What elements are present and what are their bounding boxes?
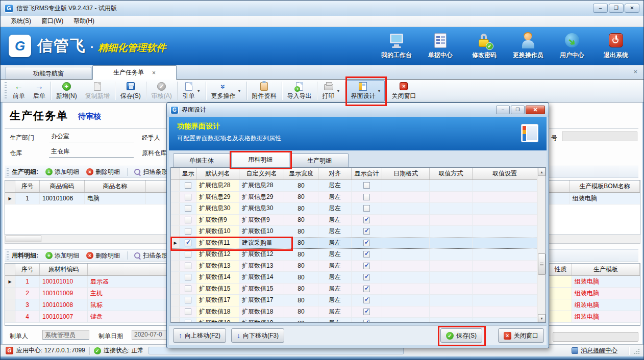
dept-field[interactable]: 办公室 (49, 132, 134, 142)
remark-field[interactable] (553, 332, 638, 342)
total-checkbox[interactable] (363, 217, 370, 223)
col-header-bom[interactable]: 生产模板BOM名称 (570, 181, 640, 192)
column-config-row[interactable]: 扩展数值9扩展数值980居左 (171, 215, 546, 226)
show-checkbox[interactable] (185, 308, 191, 315)
total-checkbox[interactable] (363, 320, 370, 323)
grid-header[interactable]: 对齐 (318, 168, 352, 179)
show-checkbox[interactable] (185, 251, 191, 258)
total-checkbox[interactable] (363, 263, 370, 269)
dropdown-arrow-icon[interactable]: ▼ (377, 89, 381, 93)
col-header[interactable]: 商品编码 (40, 181, 85, 192)
menu-item[interactable]: 帮助(H) (68, 16, 100, 27)
column-config-row[interactable]: 扩展数值19扩展数值1980居左 (171, 318, 546, 323)
vertical-scrollbar[interactable]: ▲ ▼ (537, 168, 546, 322)
toolbar-button-uidesign[interactable]: 界面设计▼ (346, 80, 385, 101)
toolbar-button-impexp[interactable]: ➔导入导出 (283, 80, 316, 101)
move-down-button[interactable]: ↓向下移动(F3) (231, 328, 284, 343)
grid-header[interactable]: 自定义列名 (239, 168, 284, 179)
delete-material-button[interactable]: ×删除明细 (86, 251, 120, 260)
toolbar-button-prev[interactable]: ←前单 (9, 80, 29, 101)
minimize-button[interactable]: – (593, 4, 608, 13)
show-checkbox[interactable] (185, 263, 191, 269)
col-header[interactable]: 序号 (15, 264, 40, 275)
toolbar-button-more[interactable]: »更多操作▼ (207, 80, 245, 101)
exit-button[interactable]: 退出系统 (596, 32, 636, 60)
show-checkbox[interactable] (185, 274, 191, 280)
close-window-button[interactable]: ×关闭窗口 (498, 328, 544, 343)
grid-header[interactable]: 显示 (180, 168, 196, 179)
move-up-button[interactable]: ↑向上移动(F2) (173, 328, 226, 343)
tabstrip-close-icon[interactable]: × (633, 68, 637, 75)
add-material-button[interactable]: +添加明细 (45, 251, 79, 260)
column-config-row[interactable]: 扩展信息29扩展信息2980居左 (171, 192, 546, 203)
close-button[interactable]: ✕ (625, 4, 639, 13)
col-header-template[interactable]: 生产模板 (572, 264, 640, 275)
column-config-row[interactable]: 扩展数值10扩展数值1080居左 (171, 226, 546, 238)
resize-grip[interactable] (633, 348, 639, 354)
col-header[interactable]: 商品名称 (85, 181, 146, 192)
switch-user-button[interactable]: 更换操作员 (508, 32, 549, 60)
total-checkbox[interactable] (363, 251, 370, 258)
column-config-row[interactable]: 扩展数值17扩展数值1780居左 (171, 295, 546, 306)
warehouse-field[interactable]: 主仓库 (49, 147, 134, 158)
total-checkbox[interactable] (363, 274, 370, 280)
grid-header[interactable]: 显示宽度 (284, 168, 318, 179)
grid-header[interactable]: 日期格式 (382, 168, 430, 179)
message-center-link[interactable]: 消息提醒中心 (581, 346, 617, 355)
dropdown-arrow-icon[interactable]: ▼ (197, 89, 201, 93)
scroll-down-icon[interactable]: ▼ (538, 314, 546, 322)
scroll-up-icon[interactable]: ▲ (538, 168, 546, 176)
total-checkbox[interactable] (363, 308, 370, 315)
toolbar-button-attach[interactable]: 附件资料 (248, 80, 281, 101)
toolbar-button-closewin[interactable]: ×关闭窗口 (387, 80, 420, 101)
total-checkbox[interactable] (363, 182, 370, 189)
col-header[interactable]: 序号 (15, 181, 40, 192)
dialog-minimize-button[interactable]: – (496, 106, 510, 114)
show-checkbox[interactable] (185, 205, 191, 212)
dropdown-arrow-icon[interactable]: ▼ (337, 89, 340, 93)
doc-center-button[interactable]: 单据中心 (420, 32, 461, 60)
total-checkbox[interactable] (363, 194, 370, 200)
dialog-maximize-button[interactable]: ❐ (511, 106, 525, 114)
dialog-tab-production[interactable]: 生产明细 (290, 153, 349, 167)
column-config-row[interactable]: 扩展数值18扩展数值1880居左 (171, 306, 546, 318)
total-checkbox[interactable] (363, 205, 370, 212)
column-config-row[interactable]: 扩展数值14扩展数值1480居左 (171, 272, 546, 284)
doc-no-field[interactable] (562, 132, 637, 141)
toolbar-button-pull[interactable]: 引单▼ (179, 80, 205, 101)
workstation-button[interactable]: 我的工作台 (376, 32, 417, 60)
delete-detail-button[interactable]: ×删除明细 (86, 168, 120, 176)
menu-item[interactable]: 系统(S) (6, 16, 36, 27)
grid-header[interactable]: 默认列名 (196, 168, 239, 179)
column-config-row[interactable]: 扩展信息30扩展信息3080居左 (171, 203, 546, 215)
column-config-row[interactable]: 扩展数值15扩展数值1580居左 (171, 284, 546, 295)
tab-close-icon[interactable]: × (152, 69, 156, 76)
toolbar-button-add[interactable]: +新增(N) (52, 80, 81, 101)
dialog-tab-main[interactable]: 单据主体 (173, 153, 230, 167)
dialog-tab-material[interactable]: 用料明细 (231, 152, 289, 167)
show-checkbox[interactable] (185, 320, 191, 323)
show-checkbox[interactable] (185, 240, 191, 246)
grid-header[interactable]: 显示合计 (352, 168, 382, 179)
toolbar-button-print[interactable]: 打印▼ (318, 80, 344, 101)
tab-nav-window[interactable]: 功能导航窗 (6, 67, 91, 80)
column-config-row[interactable]: 扩展数值12扩展数值1280居左 (171, 249, 546, 261)
grid-header[interactable]: 取值方式 (430, 168, 473, 179)
add-detail-button[interactable]: +添加明细 (45, 168, 79, 176)
password-button[interactable]: ✓修改密码 (464, 32, 505, 60)
column-config-row[interactable]: ▶扩展数值11建议采购量80居左 (171, 238, 546, 249)
show-checkbox[interactable] (185, 286, 191, 292)
total-checkbox[interactable] (363, 297, 370, 303)
toolbar-button-next[interactable]: →后单 (29, 80, 49, 101)
toolbar-button-save[interactable]: 保存(S) (116, 80, 145, 101)
show-checkbox[interactable] (185, 228, 191, 235)
grid-header[interactable]: 取值设置 (473, 168, 537, 179)
scroll-thumb[interactable] (538, 253, 546, 275)
menu-item[interactable]: 窗口(W) (36, 16, 68, 27)
column-config-row[interactable]: 扩展数值13扩展数值1380居左 (171, 261, 546, 272)
dropdown-arrow-icon[interactable]: ▼ (238, 89, 241, 93)
total-checkbox[interactable] (363, 228, 370, 235)
col-header-property[interactable]: 性质 (550, 264, 572, 275)
dialog-close-button[interactable]: ✕ (526, 106, 545, 114)
save-button[interactable]: ✓保存(S) (440, 328, 482, 343)
